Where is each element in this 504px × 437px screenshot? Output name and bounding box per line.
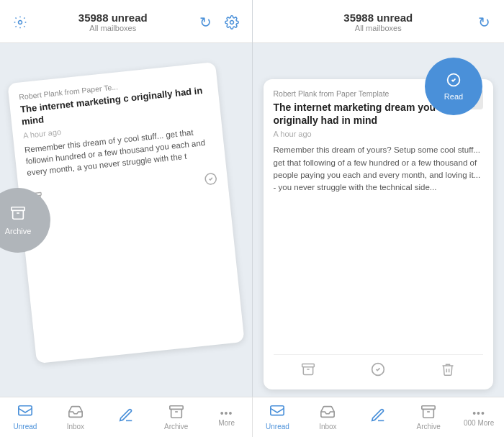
svg-rect-15 [422,406,435,410]
detail-actions [274,354,484,379]
more-icon-right: ••• [472,408,485,418]
right-nav-unread[interactable]: Unread [253,397,303,437]
detail-trash-icon[interactable] [441,362,455,379]
right-inbox-label: Inbox [319,423,336,431]
left-nav-unread[interactable]: Unread [0,397,50,437]
card-check-icon[interactable] [203,172,217,190]
inbox-icon [68,404,84,422]
detail-check-icon[interactable] [371,362,385,379]
left-nav-compose[interactable] [101,397,151,437]
left-archive-label: Archive [164,423,188,431]
left-archive-nav-icon [168,404,184,422]
right-nav-more[interactable]: ••• 000 More [454,397,504,437]
detail-preview: Remember this dream of yours? Setup some… [274,144,484,194]
right-inbox-icon [320,404,336,422]
left-pane: 35988 unread All mailboxes ↻ [0,0,253,397]
right-pane: 35988 unread All mailboxes ↻ Read T [253,0,505,397]
left-settings-icon[interactable] [10,12,30,32]
svg-rect-11 [19,406,32,415]
compose-icon [118,407,134,425]
svg-rect-2 [12,207,24,210]
svg-point-1 [230,20,233,24]
left-mailbox-label: All mailboxes [30,24,196,32]
right-refresh-icon[interactable]: ↻ [474,12,494,32]
svg-rect-12 [170,406,183,410]
more-icon-left: ••• [220,408,233,418]
detail-archive-icon[interactable] [301,362,315,379]
read-label: Read [444,92,463,101]
right-main-content: Read T Robert Plank from Paper Template … [253,43,505,397]
left-header: 35988 unread All mailboxes ↻ [0,0,252,43]
right-nav-pane: Unread Inbox [253,397,505,437]
left-nav-more[interactable]: ••• More [202,397,252,437]
right-archive-label: Archive [416,423,440,431]
svg-point-0 [19,20,22,24]
app-container: 35988 unread All mailboxes ↻ [0,0,504,397]
left-main-content: Archive Robert Plank from Paper Te... Th… [0,43,252,397]
archive-label: Archive [5,227,32,235]
left-header-center: 35988 unread All mailboxes [30,12,196,32]
left-unread-count: 35988 unread [30,12,196,24]
read-overlay: Read [425,58,482,115]
right-nav-archive[interactable]: Archive [403,397,454,437]
right-unread-label: Unread [266,423,289,431]
left-inbox-label: Inbox [67,423,84,431]
detail-time: A hour ago [274,130,484,138]
left-refresh-icon[interactable]: ↻ [196,12,216,32]
left-unread-label: Unread [14,423,37,431]
right-nav-compose[interactable] [353,397,403,437]
unread-icon [17,404,33,422]
read-icon [446,73,461,91]
right-unread-nav-icon [269,404,285,422]
bottom-nav: Unread Inbox [0,397,504,437]
right-mailbox-label: All mailboxes [283,24,474,32]
right-compose-icon [370,407,386,425]
left-nav-inbox[interactable]: Inbox [50,397,101,437]
svg-rect-8 [302,364,315,367]
left-nav-archive[interactable]: Archive [151,397,202,437]
left-more-label: More [218,420,235,427]
right-header-center: 35988 unread All mailboxes [283,12,474,32]
left-nav-pane: Unread Inbox [0,397,253,437]
email-detail-card: T Robert Plank from Paper Template The i… [264,79,494,389]
svg-rect-14 [271,406,284,415]
right-archive-nav-icon [420,404,436,422]
right-more-label: 000 More [464,420,494,427]
archive-icon [10,205,26,225]
right-unread-count: 35988 unread [283,12,474,24]
right-nav-inbox[interactable]: Inbox [302,397,353,437]
right-header: 35988 unread All mailboxes ↻ [253,0,505,43]
left-gear-icon[interactable] [222,12,242,32]
